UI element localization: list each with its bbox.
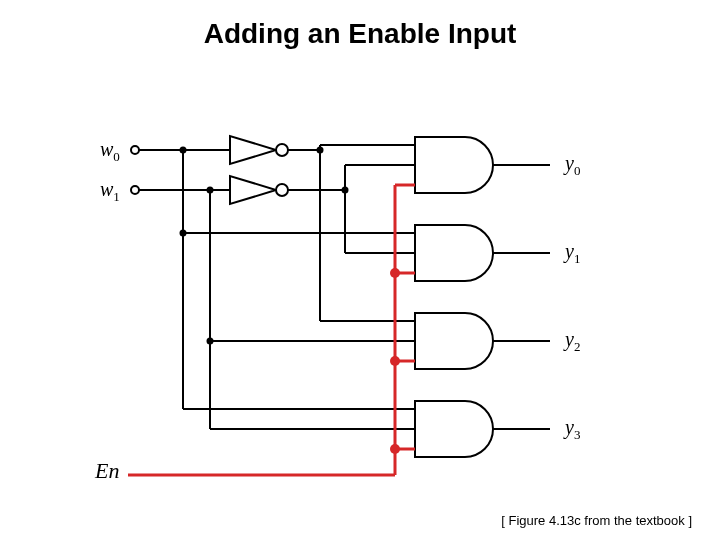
svg-point-11 [207,187,214,194]
svg-point-33 [390,356,400,366]
and-gate-y0 [415,137,493,193]
terminal-w1 [131,186,139,194]
not-gate-w0 [230,136,288,164]
svg-point-18 [180,230,187,237]
svg-marker-4 [230,176,276,204]
svg-point-19 [207,338,214,345]
enable-net [128,185,415,475]
decoder-circuit-diagram [0,0,720,540]
and-gate-y3 [415,401,493,457]
svg-point-34 [390,444,400,454]
and-gate-y1 [415,225,493,281]
svg-point-21 [342,187,349,194]
svg-point-3 [276,144,288,156]
svg-point-9 [180,147,187,154]
svg-point-5 [276,184,288,196]
svg-point-20 [317,147,324,154]
and-gate-y2 [415,313,493,369]
svg-point-32 [390,268,400,278]
terminal-w0 [131,146,139,154]
not-gate-w1 [230,176,288,204]
svg-marker-2 [230,136,276,164]
